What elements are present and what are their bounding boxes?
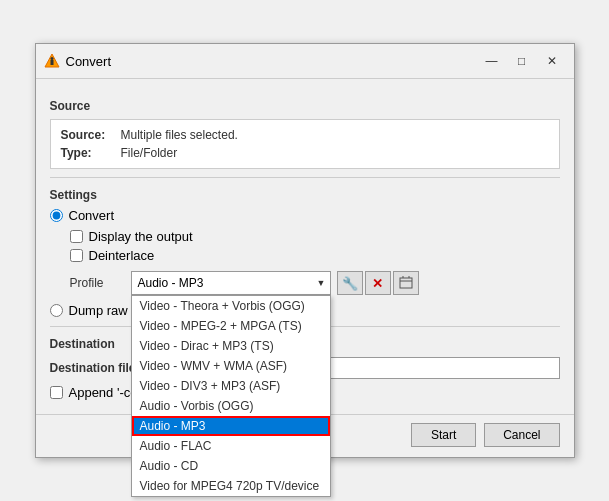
- convert-radio-label: Convert: [69, 208, 115, 223]
- dump-radio[interactable]: [50, 304, 63, 317]
- profile-select[interactable]: Audio - MP3: [131, 271, 331, 295]
- source-section-label: Source: [50, 99, 560, 113]
- dropdown-item-4[interactable]: Video - DIV3 + MP3 (ASF): [132, 376, 330, 396]
- convert-dialog: Convert — □ ✕ Source Source: Multiple fi…: [35, 43, 575, 458]
- start-button[interactable]: Start: [411, 423, 476, 447]
- close-button[interactable]: ✕: [538, 50, 566, 72]
- source-label: Source:: [61, 128, 121, 142]
- profile-row: Profile Audio - MP3 Video - Theora + Vor…: [70, 271, 560, 295]
- source-row: Source: Multiple files selected.: [61, 128, 549, 142]
- convert-radio-row: Convert: [50, 208, 560, 223]
- display-output-checkbox[interactable]: [70, 230, 83, 243]
- display-output-label: Display the output: [89, 229, 193, 244]
- dropdown-item-9[interactable]: Video for MPEG4 720p TV/device: [132, 476, 330, 496]
- dropdown-item-2[interactable]: Video - Dirac + MP3 (TS): [132, 336, 330, 356]
- divider-1: [50, 177, 560, 178]
- convert-radio[interactable]: [50, 209, 63, 222]
- settings-section-label: Settings: [50, 188, 560, 202]
- deinterlace-label: Deinterlace: [89, 248, 155, 263]
- dialog-content: Source Source: Multiple files selected. …: [36, 79, 574, 414]
- dropdown-item-5[interactable]: Audio - Vorbis (OGG): [132, 396, 330, 416]
- profile-dropdown: Video - Theora + Vorbis (OGG) Video - MP…: [131, 295, 331, 497]
- type-value: File/Folder: [121, 146, 178, 160]
- dropdown-item-7[interactable]: Audio - FLAC: [132, 436, 330, 456]
- dropdown-item-0[interactable]: Video - Theora + Vorbis (OGG): [132, 296, 330, 316]
- source-box: Source: Multiple files selected. Type: F…: [50, 119, 560, 169]
- svg-point-2: [50, 57, 53, 60]
- maximize-button[interactable]: □: [508, 50, 536, 72]
- profile-tools: 🔧 ✕: [337, 271, 419, 295]
- add-profile-button[interactable]: [393, 271, 419, 295]
- svg-rect-1: [50, 60, 53, 65]
- titlebar: Convert — □ ✕: [36, 44, 574, 79]
- svg-rect-3: [400, 278, 412, 288]
- deinterlace-checkbox[interactable]: [70, 249, 83, 262]
- delete-profile-button[interactable]: ✕: [365, 271, 391, 295]
- dropdown-item-1[interactable]: Video - MPEG-2 + MPGA (TS): [132, 316, 330, 336]
- deinterlace-row: Deinterlace: [70, 248, 560, 263]
- type-row: Type: File/Folder: [61, 146, 549, 160]
- window-title: Convert: [66, 54, 478, 69]
- cancel-button[interactable]: Cancel: [484, 423, 559, 447]
- profile-label: Profile: [70, 276, 125, 290]
- wrench-button[interactable]: 🔧: [337, 271, 363, 295]
- display-output-row: Display the output: [70, 229, 560, 244]
- add-profile-icon: [399, 276, 413, 290]
- minimize-button[interactable]: —: [478, 50, 506, 72]
- vlc-icon: [44, 53, 60, 69]
- window-controls: — □ ✕: [478, 50, 566, 72]
- append-converted-checkbox[interactable]: [50, 386, 63, 399]
- dest-file-label: Destination file:: [50, 361, 140, 375]
- dropdown-item-3[interactable]: Video - WMV + WMA (ASF): [132, 356, 330, 376]
- profile-dropdown-wrapper: Audio - MP3 Video - Theora + Vorbis (OGG…: [131, 271, 331, 295]
- source-value: Multiple files selected.: [121, 128, 238, 142]
- dropdown-item-6[interactable]: Audio - MP3: [132, 416, 330, 436]
- dropdown-item-8[interactable]: Audio - CD: [132, 456, 330, 476]
- type-label: Type:: [61, 146, 121, 160]
